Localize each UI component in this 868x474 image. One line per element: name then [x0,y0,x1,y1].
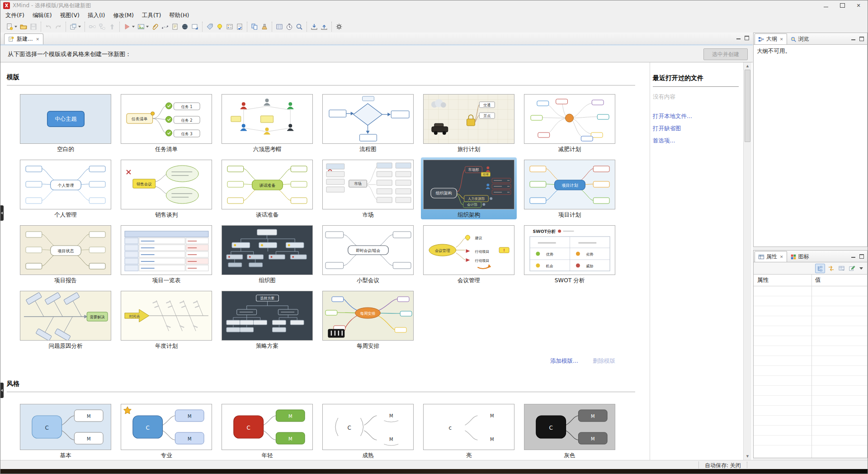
template-tile-20[interactable]: 时间表年度计划 [121,291,212,350]
marker-button[interactable] [215,22,225,31]
attachment-button[interactable] [150,22,160,31]
minimize-view-icon[interactable] [736,37,741,39]
legend-button[interactable] [225,22,235,31]
tab-properties[interactable]: 属性 ✕ [755,251,787,262]
open-button[interactable] [19,22,28,31]
template-tile-14[interactable]: 项目一览表 [121,225,212,284]
property-row[interactable] [754,336,867,346]
open-local-file-link[interactable]: 打开本地文件... [653,113,739,120]
template-tile-4[interactable]: 流程图 [322,94,414,153]
style-tile-6[interactable]: CMM灰色 [524,404,615,459]
menu-edit[interactable]: 编辑(E) [28,11,56,20]
style-tile-5[interactable]: cMM亮 [423,404,514,459]
panel-maximize-icon[interactable] [859,254,864,259]
new-workbook-button[interactable] [5,22,19,31]
property-row[interactable] [754,406,867,416]
outline-tab-close-icon[interactable]: ✕ [780,37,783,42]
copy-style-button[interactable] [250,22,259,31]
paste-style-button[interactable] [259,22,269,31]
style-tile-2[interactable]: CMM专业 [121,404,212,459]
property-row[interactable] [754,436,867,446]
fast-view-handle[interactable] [0,205,4,221]
view-menu-dropdown-icon[interactable] [859,267,863,270]
tab-browse[interactable]: 浏览 [787,34,812,44]
menu-insert[interactable]: 插入(I) [84,11,109,20]
close-button[interactable]: ✕ [850,0,867,10]
preferences-link[interactable]: 首选项... [653,137,739,145]
menu-file[interactable]: 文件(F) [1,11,28,20]
property-row[interactable] [754,386,867,396]
minimize-button[interactable] [818,0,834,10]
table-mode-button[interactable] [837,264,846,273]
menu-help[interactable]: 帮助(H) [165,11,193,20]
export-button[interactable] [319,22,329,31]
menu-view[interactable]: 视图(V) [56,11,84,20]
edit-property-button[interactable] [847,264,856,273]
tab-outline[interactable]: 大纲 ✕ [755,33,787,44]
template-tile-7[interactable]: 个人管理个人管理 [20,160,111,218]
template-tile-3[interactable]: 六顶思考帽 [222,94,313,153]
property-row[interactable] [754,346,867,356]
template-tile-18[interactable]: SWOT分析优势劣势机会威胁SWOT 分析 [524,225,615,284]
zoom-tool-button[interactable] [294,22,304,31]
task-info-button[interactable] [235,22,245,31]
property-row[interactable] [754,366,867,376]
template-tile-10[interactable]: 市场市场 [322,160,414,218]
template-tile-1[interactable]: 中心主题空白的 [20,94,111,153]
property-row[interactable] [754,396,867,406]
hyperlink-button[interactable] [190,22,200,31]
template-tile-17[interactable]: 建议行动项目行动项目!会议管理会议管理 [423,225,514,284]
open-default-map-link[interactable]: 打开缺省图 [653,125,739,133]
property-row[interactable] [754,296,867,306]
panel-maximize-icon[interactable] [859,37,864,41]
tab-icons[interactable]: 图标 [787,251,812,262]
maximize-view-icon[interactable] [745,36,749,40]
template-tile-12[interactable]: 项目计划项目计划 [524,160,615,218]
new-sheet-button[interactable] [68,22,82,31]
notes-button[interactable] [170,22,180,31]
property-row[interactable] [754,426,867,436]
property-row[interactable] [754,286,867,296]
template-tile-19[interactable]: 需要解决问题原因分析 [20,291,111,350]
template-tile-21[interactable]: 选择方案策略方案 [222,291,313,350]
settings-button[interactable] [334,22,344,31]
property-row[interactable] [754,316,867,326]
menu-modify[interactable]: 修改(M) [109,11,138,20]
create-button[interactable]: 选中并创建 [703,48,748,60]
template-tile-11[interactable]: 市场部经理人力资源部会计部组织架构组织架构 [423,160,514,218]
presentation-button[interactable] [122,22,136,31]
vertical-scrollbar[interactable]: ▲ ▼ [743,62,751,460]
insert-image-button[interactable] [136,22,150,31]
timer-button[interactable] [284,22,294,31]
menu-tools[interactable]: 工具(T) [138,11,165,20]
dropdown-caret-icon[interactable] [78,26,81,28]
dropdown-caret-icon[interactable] [132,26,135,28]
template-tile-8[interactable]: 销售会议销售谈判 [121,160,212,218]
dropdown-caret-icon[interactable] [146,26,149,28]
style-tile-3[interactable]: CMM年轻 [222,404,313,459]
panel-minimize-icon[interactable] [851,38,855,40]
property-row[interactable] [754,326,867,336]
property-row[interactable] [754,356,867,366]
relationship-button[interactable] [160,22,170,31]
template-tile-9[interactable]: 谈话准备谈话准备 [222,160,313,218]
tree-view-button[interactable] [815,264,825,273]
template-tile-22[interactable]: 每周安排每周安排 [322,291,414,350]
add-template-link[interactable]: 添加模版... [550,357,578,364]
template-tile-6[interactable]: 减肥计划 [524,94,615,153]
property-row[interactable] [754,306,867,316]
scroll-down-icon[interactable]: ▼ [744,453,751,460]
maximize-button[interactable] [834,0,850,10]
panel-minimize-icon[interactable] [851,256,855,258]
scrollbar-thumb[interactable] [745,70,750,142]
property-row[interactable] [754,376,867,386]
fast-view-handle[interactable] [0,383,4,398]
tab-new-workbook[interactable]: 新建... ✕ [4,33,43,44]
template-tile-15[interactable]: 组织图 [222,225,313,284]
template-tile-16[interactable]: 即时会议/组会小型会议 [322,225,414,284]
scroll-up-icon[interactable]: ▲ [744,62,751,70]
sync-selection-button[interactable] [826,264,835,273]
template-tile-13[interactable]: 项目状态项目报告 [20,225,111,284]
audio-note-button[interactable] [180,22,190,31]
property-row[interactable] [754,416,867,426]
